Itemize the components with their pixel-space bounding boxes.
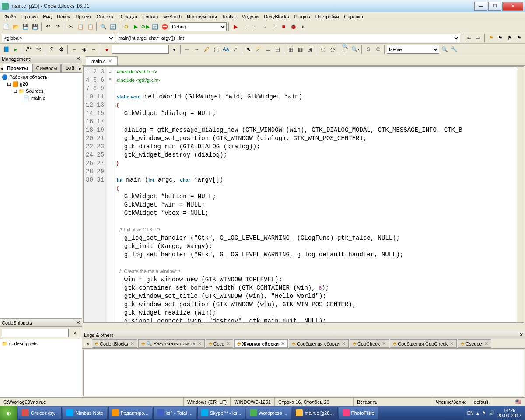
letter-s-icon[interactable]: S	[364, 45, 373, 54]
debug-stop-button[interactable]: ■	[279, 22, 288, 31]
bookmark-next-button[interactable]: ⚑	[505, 34, 514, 42]
save-all-button[interactable]: 💾	[31, 22, 39, 31]
dropdown-icon[interactable]: ▾	[170, 45, 178, 54]
close-button[interactable]: ✕	[502, 2, 523, 10]
menu-справка[interactable]: Справка	[342, 13, 366, 20]
taskbar-item-7[interactable]: PhotoFiltre	[339, 407, 378, 419]
tray-lang[interactable]: EN	[467, 410, 474, 416]
debug-start-button[interactable]: ▶	[231, 22, 240, 31]
debug-windows-button[interactable]: 🐞	[289, 22, 298, 31]
wrench-icon[interactable]: 🔧	[450, 45, 458, 54]
menu-fortran[interactable]: Fortran	[140, 13, 161, 20]
menu-проект[interactable]: Проект	[73, 13, 94, 20]
file-tab-close-icon[interactable]: ✕	[108, 58, 112, 64]
code-editor[interactable]: 1 2 3 4 5 6 7 8 9 10 11 12 13 14 15 16 1…	[83, 66, 524, 323]
log-tab-5[interactable]: ⬘ CppCheck ✕	[350, 340, 389, 348]
build-target-select[interactable]: Debug	[170, 22, 227, 31]
log-tab-6[interactable]: ⬘ Сообщения CppCheck ✕	[390, 340, 457, 348]
stop-button[interactable]: ⛔	[160, 22, 169, 31]
menu-настройки[interactable]: Настройки	[313, 13, 342, 20]
menu-вид[interactable]: Вид	[40, 13, 54, 20]
selection-icon[interactable]: ⬚	[212, 45, 220, 54]
letter-c-icon[interactable]: C	[374, 45, 382, 54]
log-tab-0[interactable]: ⬘ Code::Blocks ✕	[92, 340, 137, 348]
tab-nav-left[interactable]: ◂	[0, 64, 3, 72]
wizard-icon[interactable]: 🪄	[254, 45, 262, 54]
log-tab-7[interactable]: ⬘ Cscope ✕	[458, 340, 491, 348]
build-run-button[interactable]: ⚙▶	[141, 22, 150, 31]
project-tree[interactable]: 🔵Рабочая область ⊟🟧g20 ⊟📁Sources 📄main.c	[0, 73, 82, 318]
taskbar-item-4[interactable]: Skype™ - ks...	[197, 407, 245, 419]
find-button[interactable]: 🔍	[99, 22, 108, 31]
run-to-cursor-button[interactable]: ↓	[241, 22, 249, 31]
open-button[interactable]: 📂	[11, 22, 20, 31]
menu-отладка[interactable]: Отладка	[116, 13, 140, 20]
step-out-button[interactable]: ⤴	[270, 22, 278, 31]
nav-fwd-button[interactable]: ⇒	[474, 34, 483, 42]
system-tray[interactable]: EN ▴ ⚑ 🔊 14:26 20.09.2017	[464, 406, 525, 420]
jump-back-button[interactable]: ←	[70, 45, 79, 54]
logs-close-icon[interactable]: ✕	[519, 332, 523, 338]
taskbar-item-5[interactable]: Wordpress ...	[246, 407, 291, 419]
search-id-icon[interactable]: 🔍	[440, 45, 449, 54]
function-select[interactable]: main(int argc, char* argv[]) : int	[116, 34, 460, 42]
menu-plugins[interactable]: Plugins	[292, 13, 313, 20]
nav-back-button[interactable]: ⇐	[465, 34, 473, 42]
layout1-icon[interactable]: ▦	[286, 45, 295, 54]
snippets-close-icon[interactable]: ✕	[76, 320, 80, 326]
replace-button[interactable]: 🔄	[108, 22, 117, 31]
fold-column[interactable]: ⊟ ⊟	[107, 67, 113, 322]
text-aa-icon[interactable]: Aa	[221, 45, 230, 54]
identifier-select[interactable]: IsFive	[387, 45, 439, 54]
file-tab-main-c[interactable]: main.c ✕	[86, 56, 118, 65]
bookmark-flag-icon[interactable]: ⚑	[487, 34, 495, 42]
menu-инструменты[interactable]: Инструменты	[184, 13, 220, 20]
jump-location-button[interactable]: ◈	[80, 45, 88, 54]
menu-правка[interactable]: Правка	[19, 13, 40, 20]
doxy-settings-button[interactable]: ⚙	[57, 45, 66, 54]
jump-fwd-button[interactable]: →	[89, 45, 98, 54]
bookmark-clear-button[interactable]: ⚑	[515, 34, 523, 42]
break-icon[interactable]: ◌	[318, 45, 327, 54]
arrow-left-icon[interactable]: ←	[183, 45, 192, 54]
horizontal-scrollbar[interactable]	[82, 324, 525, 331]
comment-block-button[interactable]: /**	[24, 45, 33, 54]
tab-nav-right[interactable]: ▸	[79, 64, 82, 72]
log-body[interactable]	[83, 350, 524, 396]
menu-tools+[interactable]: Tools+	[220, 13, 239, 20]
rebuild-button[interactable]: 🔄	[150, 22, 159, 31]
log-tab-1[interactable]: ⬘ 🔍 Результаты поиска ✕	[138, 340, 205, 348]
undo-button[interactable]: ↶	[44, 22, 52, 31]
start-button[interactable]: ◐	[0, 406, 18, 420]
menu-сборка[interactable]: Сборка	[94, 13, 116, 20]
tray-volume-icon[interactable]: 🔊	[489, 410, 495, 416]
debug-info-button[interactable]: ℹ	[298, 22, 307, 31]
doxyblock-icon[interactable]: 📘	[2, 45, 10, 54]
new-file-button[interactable]: 📄	[2, 22, 10, 31]
log-tab-4[interactable]: ⬘ Сообщения сборки ✕	[289, 340, 349, 348]
management-close-icon[interactable]: ✕	[76, 56, 80, 62]
bookmark-prev-button[interactable]: ⚑	[496, 34, 504, 42]
taskbar-item-6[interactable]: main.c [g20...	[292, 407, 337, 419]
regex-icon[interactable]: .*	[231, 45, 240, 54]
save-button[interactable]: 💾	[21, 22, 30, 31]
menu-wxsmith[interactable]: wxSmith	[161, 13, 184, 20]
tab-projects[interactable]: Проекты	[3, 64, 32, 72]
arrow-right-icon[interactable]: →	[192, 45, 201, 54]
menu-поиск[interactable]: Поиск	[54, 13, 73, 20]
doxy-help-button[interactable]: ?	[47, 45, 56, 54]
log-tab-nav-left[interactable]: ◂	[84, 340, 91, 348]
menu-модули[interactable]: Модули	[239, 13, 261, 20]
layout3-icon[interactable]: ▧	[305, 45, 314, 54]
log-tab-3[interactable]: ⬘ Журнал сборки ✕	[234, 340, 288, 348]
copy-button[interactable]: 📋	[76, 22, 85, 31]
taskbar-item-0[interactable]: Список фу...	[18, 407, 62, 419]
tray-up-icon[interactable]: ▴	[476, 410, 479, 416]
taskbar-item-1[interactable]: Nimbus Note	[63, 407, 107, 419]
scope-select[interactable]: <global>	[2, 34, 115, 42]
incremental-search-input[interactable]	[112, 45, 169, 54]
log-tab-2[interactable]: ⬘ Cccc ✕	[206, 340, 233, 348]
zoom-in-icon[interactable]: 🔍+	[341, 45, 350, 54]
zoom-out-icon[interactable]: 🔍-	[351, 45, 360, 54]
step-into-button[interactable]: ⤷	[260, 22, 269, 31]
